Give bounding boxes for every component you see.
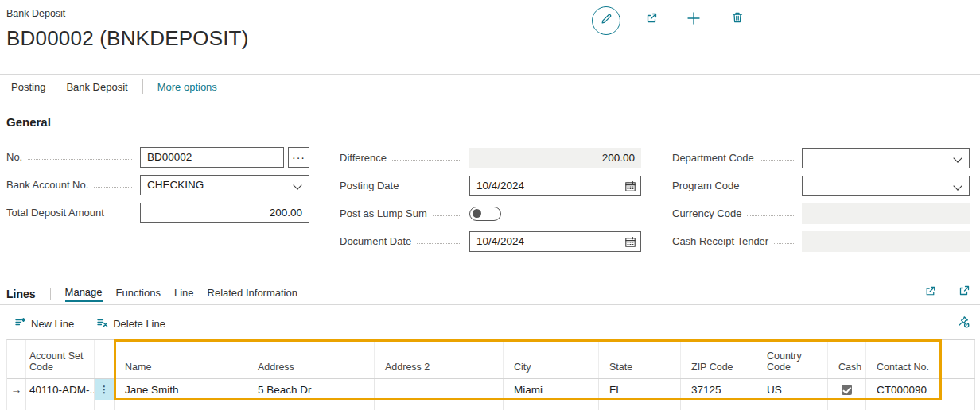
- more-options-link[interactable]: More options: [158, 81, 217, 93]
- new-button[interactable]: [686, 12, 702, 28]
- general-divider: [0, 133, 980, 133]
- empty-cell[interactable]: [115, 400, 247, 410]
- column-header-name[interactable]: Name: [115, 340, 247, 378]
- bank-account-no-dropdown[interactable]: CHECKING: [140, 175, 309, 195]
- table-row-empty: [7, 400, 975, 410]
- empty-cell[interactable]: [756, 400, 828, 410]
- cell-spacer: [939, 379, 975, 400]
- column-header-account-set-code[interactable]: Account Set Code: [26, 340, 95, 378]
- column-header-cash[interactable]: Cash: [828, 340, 866, 378]
- calendar-icon[interactable]: [624, 236, 636, 250]
- field-label: Difference: [340, 152, 387, 164]
- dotted-leader: [760, 156, 794, 161]
- field-label: Cash Receipt Tender: [672, 235, 768, 247]
- lines-toolbar: New Line Delete Line: [14, 313, 165, 334]
- cash-checkbox[interactable]: [842, 385, 852, 395]
- empty-cell[interactable]: [26, 400, 95, 410]
- empty-cell[interactable]: [95, 400, 115, 410]
- delete-line-button[interactable]: Delete Line: [96, 316, 165, 331]
- general-column-middle: Difference 200.00 Posting Date 10/4/2024…: [340, 147, 641, 258]
- bank-deposit-page: Bank Deposit BD00002 (BNKDEPOSIT) Postin…: [0, 0, 980, 410]
- column-header-country-code[interactable]: Country Code: [756, 340, 828, 378]
- pin-off-icon: [956, 318, 970, 331]
- page-caption: Bank Deposit: [6, 8, 65, 19]
- post-as-lump-sum-toggle[interactable]: [469, 207, 501, 221]
- tab-functions[interactable]: Functions: [116, 287, 161, 301]
- empty-cell[interactable]: [866, 400, 939, 410]
- empty-cell: [939, 400, 975, 410]
- empty-cell[interactable]: [7, 400, 26, 410]
- empty-cell[interactable]: [247, 400, 375, 410]
- cell-city[interactable]: Miami: [504, 379, 599, 400]
- cell-account-set-code[interactable]: 40110-ADM-...: [26, 379, 95, 400]
- lines-expand-button[interactable]: [958, 284, 970, 301]
- field-cash-receipt-tender: Cash Receipt Tender: [672, 230, 970, 252]
- tab-manage[interactable]: Manage: [65, 286, 103, 302]
- cell-contact-no[interactable]: CT000090: [866, 379, 939, 400]
- column-header-city[interactable]: City: [504, 340, 599, 378]
- share-button[interactable]: [644, 13, 659, 27]
- empty-cell[interactable]: [375, 400, 504, 410]
- column-header-zip-code[interactable]: ZIP Code: [681, 340, 756, 378]
- menu-bank-deposit[interactable]: Bank Deposit: [66, 81, 127, 93]
- chevron-down-icon: [953, 181, 962, 190]
- dotted-leader: [433, 211, 461, 216]
- dotted-leader: [747, 211, 794, 216]
- column-header-address[interactable]: Address: [247, 340, 375, 378]
- empty-cell[interactable]: [599, 400, 681, 410]
- column-header-contact-no[interactable]: Contact No.: [866, 340, 939, 378]
- plus-icon: [686, 10, 702, 29]
- field-total-deposit-amount: Total Deposit Amount 200.00: [6, 202, 309, 223]
- column-header-state[interactable]: State: [599, 340, 681, 378]
- table-row: → 40110-ADM-... ⋮ Jane Smith 5 Beach Dr …: [7, 379, 975, 400]
- trash-icon: [730, 10, 745, 28]
- delete-button[interactable]: [730, 12, 745, 26]
- share-icon: [924, 287, 937, 300]
- row-menu-button[interactable]: ⋮: [95, 379, 114, 400]
- total-deposit-amount-input[interactable]: 200.00: [140, 203, 309, 223]
- field-label: Document Date: [340, 235, 411, 247]
- empty-cell[interactable]: [504, 400, 599, 410]
- no-input[interactable]: BD00002: [140, 147, 284, 168]
- tab-line[interactable]: Line: [174, 287, 194, 301]
- menu-posting[interactable]: Posting: [11, 81, 45, 93]
- cell-name[interactable]: Jane Smith: [115, 379, 247, 400]
- field-bank-account-no: Bank Account No. CHECKING: [6, 174, 309, 195]
- tab-related-information[interactable]: Related Information: [208, 287, 298, 301]
- program-code-dropdown[interactable]: [802, 176, 970, 196]
- field-label: No.: [6, 151, 22, 163]
- edit-button[interactable]: [592, 6, 620, 35]
- cell-address-2[interactable]: [375, 379, 504, 400]
- column-header-address-2[interactable]: Address 2: [375, 340, 504, 378]
- department-code-dropdown[interactable]: [802, 148, 970, 168]
- cell-address[interactable]: 5 Beach Dr: [247, 379, 375, 400]
- chevron-down-icon: [953, 153, 962, 162]
- new-line-button[interactable]: New Line: [14, 316, 74, 331]
- row-indicator-header: [7, 340, 26, 378]
- empty-cell[interactable]: [828, 400, 866, 410]
- empty-cell[interactable]: [681, 400, 756, 410]
- lines-share-button[interactable]: [924, 284, 937, 301]
- posting-date-input[interactable]: 10/4/2024: [469, 176, 641, 196]
- currency-code-field: [802, 203, 970, 224]
- field-currency-code: Currency Code: [672, 203, 970, 224]
- pin-toggle-button[interactable]: [956, 315, 970, 332]
- field-post-as-lump-sum: Post as Lump Sum: [340, 203, 641, 224]
- field-posting-date: Posting Date 10/4/2024: [340, 175, 641, 196]
- calendar-icon[interactable]: [624, 180, 636, 195]
- cell-country-code[interactable]: US: [756, 379, 828, 400]
- table-header-row: Account Set Code Name Address Address 2 …: [7, 340, 975, 379]
- dotted-leader: [404, 184, 461, 188]
- field-label: Post as Lump Sum: [340, 207, 427, 219]
- new-line-label: New Line: [31, 318, 74, 330]
- cell-state[interactable]: FL: [599, 379, 681, 400]
- field-department-code: Department Code: [672, 147, 970, 168]
- cell-zip-code[interactable]: 37125: [681, 379, 756, 400]
- field-no: No. BD00002 ···: [6, 146, 309, 168]
- document-date-input[interactable]: 10/4/2024: [469, 231, 641, 252]
- cash-receipt-tender-field: [802, 231, 970, 252]
- general-column-right: Department Code Program Code Currency Co…: [672, 147, 970, 258]
- general-heading[interactable]: General: [6, 115, 51, 129]
- dotted-leader: [94, 183, 132, 188]
- no-assist-button[interactable]: ···: [288, 147, 309, 168]
